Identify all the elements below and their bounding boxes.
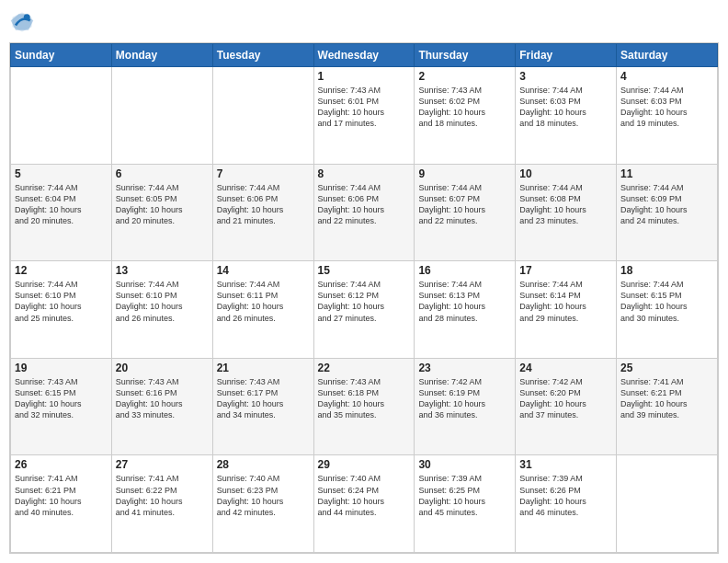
day-info: Sunrise: 7:44 AM Sunset: 6:15 PM Dayligh… [620, 279, 713, 324]
calendar-cell: 23Sunrise: 7:42 AM Sunset: 6:19 PM Dayli… [415, 358, 516, 455]
page: SundayMondayTuesdayWednesdayThursdayFrid… [0, 0, 728, 563]
calendar-cell: 29Sunrise: 7:40 AM Sunset: 6:24 PM Dayli… [313, 455, 415, 553]
day-number: 14 [217, 264, 310, 277]
day-number: 19 [15, 362, 108, 374]
day-info: Sunrise: 7:44 AM Sunset: 6:10 PM Dayligh… [15, 279, 108, 324]
calendar-day-header: Saturday [617, 44, 718, 67]
day-number: 8 [318, 167, 411, 180]
calendar-week-row: 19Sunrise: 7:43 AM Sunset: 6:15 PM Dayli… [11, 358, 718, 455]
calendar-cell: 1Sunrise: 7:43 AM Sunset: 6:01 PM Daylig… [313, 67, 415, 165]
day-info: Sunrise: 7:39 AM Sunset: 6:25 PM Dayligh… [418, 473, 511, 518]
day-number: 4 [620, 70, 713, 83]
calendar-cell: 22Sunrise: 7:43 AM Sunset: 6:18 PM Dayli… [313, 358, 415, 455]
day-number: 12 [15, 264, 108, 277]
calendar-cell: 12Sunrise: 7:44 AM Sunset: 6:10 PM Dayli… [11, 261, 112, 359]
day-info: Sunrise: 7:42 AM Sunset: 6:19 PM Dayligh… [418, 376, 511, 421]
calendar-header-row: SundayMondayTuesdayWednesdayThursdayFrid… [11, 44, 718, 67]
calendar-cell: 18Sunrise: 7:44 AM Sunset: 6:15 PM Dayli… [617, 261, 718, 359]
calendar-cell: 14Sunrise: 7:44 AM Sunset: 6:11 PM Dayli… [212, 261, 313, 359]
day-info: Sunrise: 7:41 AM Sunset: 6:21 PM Dayligh… [15, 473, 108, 518]
day-info: Sunrise: 7:41 AM Sunset: 6:22 PM Dayligh… [116, 473, 209, 518]
calendar-cell: 20Sunrise: 7:43 AM Sunset: 6:16 PM Dayli… [111, 358, 212, 455]
day-info: Sunrise: 7:44 AM Sunset: 6:08 PM Dayligh… [519, 182, 612, 227]
calendar-cell: 5Sunrise: 7:44 AM Sunset: 6:04 PM Daylig… [11, 164, 112, 261]
calendar-day-header: Sunday [11, 44, 112, 67]
calendar-cell: 31Sunrise: 7:39 AM Sunset: 6:26 PM Dayli… [516, 455, 617, 553]
day-info: Sunrise: 7:43 AM Sunset: 6:16 PM Dayligh… [116, 376, 209, 421]
day-number: 1 [318, 70, 411, 83]
svg-point-2 [24, 14, 30, 20]
calendar-cell: 3Sunrise: 7:44 AM Sunset: 6:03 PM Daylig… [516, 67, 617, 165]
day-number: 23 [418, 362, 511, 374]
calendar-day-header: Thursday [415, 44, 516, 67]
day-info: Sunrise: 7:44 AM Sunset: 6:10 PM Dayligh… [116, 279, 209, 324]
day-info: Sunrise: 7:44 AM Sunset: 6:06 PM Dayligh… [318, 182, 411, 227]
calendar-week-row: 5Sunrise: 7:44 AM Sunset: 6:04 PM Daylig… [11, 164, 718, 261]
day-number: 24 [519, 362, 612, 374]
calendar-cell: 27Sunrise: 7:41 AM Sunset: 6:22 PM Dayli… [111, 455, 212, 553]
day-info: Sunrise: 7:44 AM Sunset: 6:14 PM Dayligh… [519, 279, 612, 324]
day-number: 10 [519, 167, 612, 180]
day-number: 6 [116, 167, 209, 180]
day-number: 22 [318, 362, 411, 374]
day-number: 21 [217, 362, 310, 374]
calendar-day-header: Wednesday [313, 44, 415, 67]
calendar-cell: 26Sunrise: 7:41 AM Sunset: 6:21 PM Dayli… [11, 455, 112, 553]
calendar-day-header: Friday [516, 44, 617, 67]
day-info: Sunrise: 7:44 AM Sunset: 6:03 PM Dayligh… [620, 85, 713, 130]
calendar-cell: 10Sunrise: 7:44 AM Sunset: 6:08 PM Dayli… [516, 164, 617, 261]
calendar-week-row: 1Sunrise: 7:43 AM Sunset: 6:01 PM Daylig… [11, 67, 718, 165]
day-number: 30 [418, 458, 511, 471]
header [9, 9, 719, 35]
day-number: 9 [418, 167, 511, 180]
generalblue-logo-icon [9, 9, 35, 35]
day-number: 20 [116, 362, 209, 374]
day-info: Sunrise: 7:44 AM Sunset: 6:11 PM Dayligh… [217, 279, 310, 324]
day-info: Sunrise: 7:43 AM Sunset: 6:01 PM Dayligh… [318, 85, 411, 130]
day-number: 29 [318, 458, 411, 471]
day-info: Sunrise: 7:43 AM Sunset: 6:15 PM Dayligh… [15, 376, 108, 421]
day-info: Sunrise: 7:44 AM Sunset: 6:04 PM Dayligh… [15, 182, 108, 227]
day-info: Sunrise: 7:43 AM Sunset: 6:17 PM Dayligh… [217, 376, 310, 421]
day-number: 27 [116, 458, 209, 471]
day-info: Sunrise: 7:40 AM Sunset: 6:24 PM Dayligh… [318, 473, 411, 518]
day-info: Sunrise: 7:44 AM Sunset: 6:12 PM Dayligh… [318, 279, 411, 324]
calendar-cell [617, 455, 718, 553]
calendar-cell: 19Sunrise: 7:43 AM Sunset: 6:15 PM Dayli… [11, 358, 112, 455]
day-number: 16 [418, 264, 511, 277]
day-info: Sunrise: 7:41 AM Sunset: 6:21 PM Dayligh… [620, 376, 713, 421]
calendar-cell [111, 67, 212, 165]
calendar-cell: 16Sunrise: 7:44 AM Sunset: 6:13 PM Dayli… [415, 261, 516, 359]
calendar-cell: 28Sunrise: 7:40 AM Sunset: 6:23 PM Dayli… [212, 455, 313, 553]
calendar-cell: 6Sunrise: 7:44 AM Sunset: 6:05 PM Daylig… [111, 164, 212, 261]
day-number: 2 [418, 70, 511, 83]
day-number: 11 [620, 167, 713, 180]
calendar-cell: 21Sunrise: 7:43 AM Sunset: 6:17 PM Dayli… [212, 358, 313, 455]
day-number: 18 [620, 264, 713, 277]
calendar: SundayMondayTuesdayWednesdayThursdayFrid… [9, 42, 719, 554]
day-number: 28 [217, 458, 310, 471]
calendar-cell [11, 67, 112, 165]
calendar-cell [212, 67, 313, 165]
calendar-cell: 13Sunrise: 7:44 AM Sunset: 6:10 PM Dayli… [111, 261, 212, 359]
day-info: Sunrise: 7:39 AM Sunset: 6:26 PM Dayligh… [519, 473, 612, 518]
calendar-cell: 7Sunrise: 7:44 AM Sunset: 6:06 PM Daylig… [212, 164, 313, 261]
day-info: Sunrise: 7:44 AM Sunset: 6:06 PM Dayligh… [217, 182, 310, 227]
calendar-cell: 9Sunrise: 7:44 AM Sunset: 6:07 PM Daylig… [415, 164, 516, 261]
day-info: Sunrise: 7:44 AM Sunset: 6:05 PM Dayligh… [116, 182, 209, 227]
day-info: Sunrise: 7:44 AM Sunset: 6:07 PM Dayligh… [418, 182, 511, 227]
day-info: Sunrise: 7:44 AM Sunset: 6:09 PM Dayligh… [620, 182, 713, 227]
day-info: Sunrise: 7:44 AM Sunset: 6:13 PM Dayligh… [418, 279, 511, 324]
day-info: Sunrise: 7:43 AM Sunset: 6:18 PM Dayligh… [318, 376, 411, 421]
day-number: 15 [318, 264, 411, 277]
calendar-day-header: Monday [111, 44, 212, 67]
calendar-cell: 2Sunrise: 7:43 AM Sunset: 6:02 PM Daylig… [415, 67, 516, 165]
day-number: 13 [116, 264, 209, 277]
day-number: 25 [620, 362, 713, 374]
day-info: Sunrise: 7:44 AM Sunset: 6:03 PM Dayligh… [519, 85, 612, 130]
day-number: 3 [519, 70, 612, 83]
calendar-day-header: Tuesday [212, 44, 313, 67]
calendar-cell: 25Sunrise: 7:41 AM Sunset: 6:21 PM Dayli… [617, 358, 718, 455]
calendar-week-row: 26Sunrise: 7:41 AM Sunset: 6:21 PM Dayli… [11, 455, 718, 553]
day-number: 5 [15, 167, 108, 180]
